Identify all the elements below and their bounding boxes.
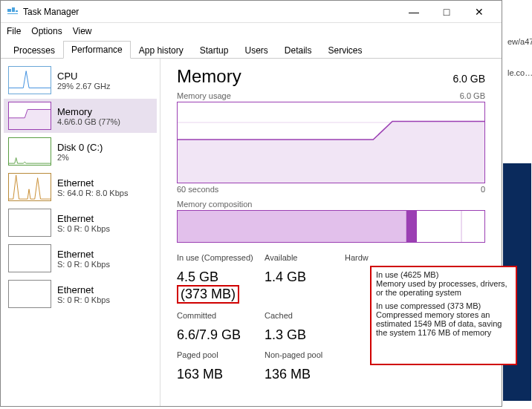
inuse-label: In use (Compressed) <box>177 253 265 262</box>
sidebar-item-ethernet-3[interactable]: Ethernet S: 0 R: 0 Kbps <box>4 277 157 311</box>
sidebar-title: Ethernet <box>57 177 152 189</box>
tooltip-inuse-desc: Memory used by processes, drivers, or th… <box>376 279 511 297</box>
axis-left: 60 seconds <box>177 185 218 194</box>
sidebar-item-memory[interactable]: Memory 4.6/6.0 GB (77%) <box>4 99 157 133</box>
committed-value: 6.6/7.9 GB <box>177 327 265 343</box>
compressed-highlight: (373 MB) <box>177 285 239 304</box>
tooltip-inuse-title: In use (4625 MB) <box>376 270 511 279</box>
app-icon <box>7 6 19 18</box>
menubar: File Options View <box>1 23 502 39</box>
inuse-value: 4.5 GB (373 MB) <box>177 269 265 304</box>
sidebar-text: Ethernet S: 0 R: 0 Kbps <box>57 284 152 304</box>
sidebar-text: Ethernet S: 0 R: 0 Kbps <box>57 213 152 233</box>
disk-thumb <box>8 137 51 166</box>
committed-label: Committed <box>177 311 265 320</box>
sidebar-sub: 2% <box>57 153 152 162</box>
ethernet-thumb <box>8 173 51 201</box>
svg-rect-11 <box>406 211 417 242</box>
cached-value: 1.3 GB <box>265 327 345 343</box>
panel-total: 6.0 GB <box>452 73 485 85</box>
sidebar-item-cpu[interactable]: CPU 29% 2.67 GHz <box>4 63 157 97</box>
ethernet-thumb <box>8 280 51 308</box>
panel-title: Memory <box>177 66 241 87</box>
paged-value: 163 MB <box>177 367 265 382</box>
ethernet-thumb <box>8 209 51 237</box>
sidebar-title: Ethernet <box>57 249 152 260</box>
available-value: 1.4 GB <box>265 269 345 304</box>
tab-details[interactable]: Details <box>276 42 320 59</box>
axis-right: 0 <box>481 185 485 194</box>
close-button[interactable]: ✕ <box>463 1 496 22</box>
nonpaged-label: Non-paged pool <box>265 350 345 359</box>
tooltip: In use (4625 MB) Memory used by processe… <box>372 267 516 364</box>
sidebar-item-disk[interactable]: Disk 0 (C:) 2% <box>4 134 157 168</box>
minimize-button[interactable]: — <box>398 1 430 22</box>
sidebar-sub: 4.6/6.0 GB (77%) <box>57 117 152 126</box>
svg-rect-1 <box>12 7 15 12</box>
svg-marker-4 <box>9 109 51 129</box>
maximize-button[interactable]: □ <box>430 1 463 22</box>
sidebar-sub: S: 64.0 R: 8.0 Kbps <box>57 189 152 197</box>
memory-usage-chart <box>177 102 485 183</box>
menu-options[interactable]: Options <box>31 26 62 36</box>
usage-label: Memory usage <box>177 91 231 100</box>
sidebar-item-ethernet-2[interactable]: Ethernet S: 0 R: 0 Kbps <box>4 241 157 275</box>
sidebar-item-ethernet-1[interactable]: Ethernet S: 0 R: 0 Kbps <box>4 206 157 240</box>
tooltip-inuse: In use (4625 MB) Memory used by processe… <box>376 270 511 297</box>
window-controls: — □ ✕ <box>398 1 496 22</box>
sidebar-text: Disk 0 (C:) 2% <box>57 142 152 162</box>
sidebar-text: Memory 4.6/6.0 GB (77%) <box>57 106 152 126</box>
sidebar-sub: S: 0 R: 0 Kbps <box>57 295 152 304</box>
sidebar-title: Ethernet <box>57 284 152 295</box>
inuse-number: 4.5 GB <box>177 269 218 284</box>
hardres-label: Hardw <box>345 253 425 262</box>
svg-rect-2 <box>16 10 18 12</box>
sidebar-title: Memory <box>57 106 152 117</box>
sidebar-title: CPU <box>57 71 152 82</box>
menu-view[interactable]: View <box>73 26 92 36</box>
panel-header: Memory 6.0 GB <box>177 66 485 87</box>
sidebar-text: Ethernet S: 64.0 R: 8.0 Kbps <box>57 177 152 197</box>
tab-processes[interactable]: Processes <box>5 42 63 59</box>
tab-services[interactable]: Services <box>320 42 371 59</box>
sidebar-sub: S: 0 R: 0 Kbps <box>57 260 152 269</box>
composition-header: Memory composition <box>177 200 485 209</box>
sidebar-title: Ethernet <box>57 213 152 224</box>
svg-rect-12 <box>417 211 484 242</box>
svg-rect-10 <box>178 211 406 242</box>
composition-label: Memory composition <box>177 200 252 209</box>
tooltip-compressed-title: In use compressed (373 MB) <box>376 301 511 310</box>
tab-strip: Processes Performance App history Startu… <box>1 39 502 59</box>
tooltip-compressed-desc: Compressed memory stores an estimated 15… <box>376 310 511 337</box>
cached-label: Cached <box>265 311 345 320</box>
memory-composition-chart <box>177 210 485 243</box>
usage-chart-axis: 60 seconds 0 <box>177 185 485 194</box>
tooltip-compressed: In use compressed (373 MB) Compressed me… <box>376 301 511 337</box>
sidebar-title: Disk 0 (C:) <box>57 142 152 153</box>
cpu-thumb <box>8 66 51 94</box>
usage-max: 6.0 GB <box>460 91 485 100</box>
svg-rect-3 <box>7 13 18 14</box>
sidebar-item-ethernet-0[interactable]: Ethernet S: 64.0 R: 8.0 Kbps <box>4 170 157 204</box>
tab-app-history[interactable]: App history <box>131 42 192 59</box>
performance-sidebar: CPU 29% 2.67 GHz Memory 4.6/6.0 GB (77%) <box>1 59 160 406</box>
sidebar-text: CPU 29% 2.67 GHz <box>57 71 152 91</box>
usage-chart-header: Memory usage 6.0 GB <box>177 91 485 100</box>
bg-tab-2: le.co… <box>507 68 532 77</box>
menu-file[interactable]: File <box>7 26 21 36</box>
tooltip-highlight: In use (4625 MB) Memory used by processe… <box>370 266 517 365</box>
window-title: Task Manager <box>23 7 398 17</box>
svg-rect-0 <box>7 9 11 12</box>
bg-tab-1: ew/a4768 <box>507 37 532 46</box>
sidebar-text: Ethernet S: 0 R: 0 Kbps <box>57 249 152 269</box>
memory-thumb <box>8 102 51 130</box>
nonpaged-value: 136 MB <box>265 367 345 382</box>
available-label: Available <box>265 253 345 262</box>
background-tab-text: ew/a4768 le.co… <box>507 37 532 77</box>
tab-startup[interactable]: Startup <box>192 42 237 59</box>
paged-label: Paged pool <box>177 350 265 359</box>
ethernet-thumb <box>8 244 51 272</box>
tab-performance[interactable]: Performance <box>63 41 131 59</box>
tab-users[interactable]: Users <box>236 42 276 59</box>
sidebar-sub: S: 0 R: 0 Kbps <box>57 224 152 233</box>
